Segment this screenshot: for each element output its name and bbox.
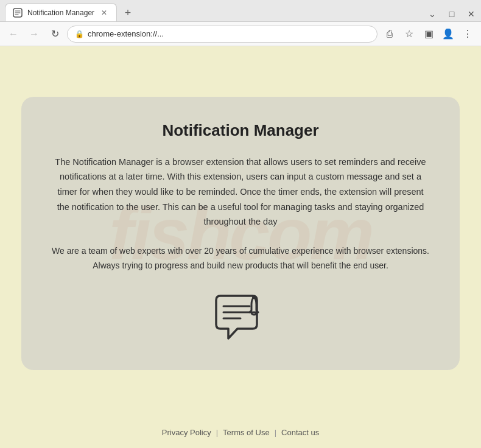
share-button[interactable]: ⎙ <box>381 26 398 43</box>
window-controls: ⌄ □ ✕ <box>425 7 481 21</box>
contact-us-link[interactable]: Contact us <box>281 428 319 437</box>
close-button[interactable]: ✕ <box>464 7 479 21</box>
terms-of-use-link[interactable]: Terms of Use <box>223 428 270 437</box>
privacy-policy-link[interactable]: Privacy Policy <box>162 428 211 437</box>
address-text: chrome-extension://... <box>88 29 370 38</box>
reload-button[interactable]: ↻ <box>46 26 63 43</box>
team-text: We are a team of web experts with over 2… <box>52 244 429 273</box>
footer-separator-1: | <box>216 428 218 437</box>
main-card: Notification Manager The Notification Ma… <box>21 97 460 371</box>
tab-favicon <box>13 8 23 18</box>
active-tab[interactable]: Notification Manager ✕ <box>5 3 117 21</box>
tab-title: Notification Manager <box>27 9 94 17</box>
extensions-button[interactable]: ▣ <box>420 26 437 43</box>
tab-close-button[interactable]: ✕ <box>99 8 109 18</box>
page-content: fishcom Notification Manager The Notific… <box>0 46 481 421</box>
minimize-button[interactable]: ⌄ <box>425 7 440 21</box>
page-footer: Privacy Policy | Terms of Use | Contact … <box>0 421 481 448</box>
tab-bar: Notification Manager ✕ + ⌄ □ ✕ <box>0 0 481 22</box>
back-button[interactable]: ← <box>5 26 22 43</box>
profile-button[interactable]: 👤 <box>440 26 457 43</box>
notification-icon <box>210 291 271 346</box>
address-bar: ← → ↻ 🔒 chrome-extension://... ⎙ ☆ ▣ 👤 ⋮ <box>0 22 481 46</box>
lock-icon: 🔒 <box>75 30 84 38</box>
forward-button[interactable]: → <box>26 26 43 43</box>
description-text: The Notification Manager is a browser ex… <box>52 155 429 229</box>
new-tab-button[interactable]: + <box>119 4 136 21</box>
address-input[interactable]: 🔒 chrome-extension://... <box>67 26 377 43</box>
notification-icon-wrapper <box>52 291 429 346</box>
footer-separator-2: | <box>275 428 276 437</box>
maximize-button[interactable]: □ <box>444 7 459 21</box>
bookmark-button[interactable]: ☆ <box>401 26 418 43</box>
toolbar-icons: ⎙ ☆ ▣ 👤 ⋮ <box>381 26 476 43</box>
menu-button[interactable]: ⋮ <box>459 26 476 43</box>
page-title: Notification Manager <box>52 121 429 140</box>
